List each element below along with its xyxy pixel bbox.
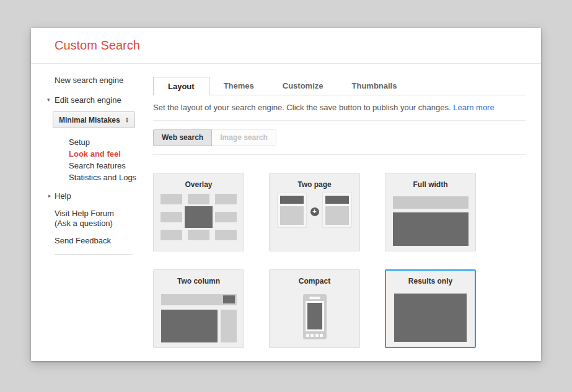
edit-search-engine-label: Edit search engine xyxy=(55,95,121,105)
page-title: Custom Search xyxy=(55,38,140,53)
layout-option-title: Compact xyxy=(270,277,359,285)
layout-option-overlay[interactable]: Overlay xyxy=(153,173,244,251)
layout-option-title: Overlay xyxy=(154,180,244,189)
app-header: Custom Search xyxy=(31,28,541,64)
main-content: Layout Themes Customize Thumbnails Set t… xyxy=(153,64,541,360)
sidebar-item-edit-search-engine[interactable]: ▾ Edit search engine xyxy=(47,95,153,105)
learn-more-link[interactable]: Learn more xyxy=(453,103,494,112)
layout-option-full-width[interactable]: Full width xyxy=(385,173,476,251)
sidebar: New search engine ▾ Edit search engine M… xyxy=(31,64,153,360)
layout-option-title: Two page xyxy=(270,180,359,189)
compact-phone-icon xyxy=(303,294,327,339)
triangle-down-icon: ▾ xyxy=(47,96,55,104)
two-page-thumbnail-left xyxy=(277,193,307,228)
description-text: Set the layout of your search engine. Cl… xyxy=(153,103,451,112)
image-search-button[interactable]: Image search xyxy=(212,129,276,146)
sidebar-item-send-feedback[interactable]: Send Feedback xyxy=(55,236,153,245)
full-width-thumbnail-results xyxy=(393,212,469,246)
overlay-thumbnail-panel xyxy=(185,206,213,228)
tab-themes[interactable]: Themes xyxy=(209,77,268,95)
tab-customize[interactable]: Customize xyxy=(268,77,338,95)
web-search-button[interactable]: Web search xyxy=(153,129,212,146)
sidebar-divider xyxy=(55,255,133,255)
layout-options-grid: Overlay Two page + xyxy=(153,173,526,348)
layout-option-title: Full width xyxy=(385,180,475,189)
divider xyxy=(153,154,526,155)
layout-description: Set the layout of your search engine. Cl… xyxy=(153,103,526,112)
layout-option-two-column[interactable]: Two column xyxy=(153,269,244,348)
triangle-right-icon: ▸ xyxy=(48,192,55,200)
layout-option-results-only[interactable]: Results only xyxy=(385,269,476,348)
divider xyxy=(153,120,526,121)
sidebar-item-help[interactable]: ▸ Help xyxy=(48,191,153,201)
layout-option-two-page[interactable]: Two page + xyxy=(269,173,360,251)
two-column-thumbnail-side xyxy=(221,310,237,342)
full-width-thumbnail-header xyxy=(393,196,469,209)
visit-help-forum-line2: (Ask a question) xyxy=(55,219,153,229)
sidebar-item-new-search-engine[interactable]: New search engine xyxy=(55,76,153,85)
engine-select-value: Minimal Mistakes xyxy=(59,116,120,124)
sidebar-item-look-and-feel[interactable]: Look and feel xyxy=(69,148,153,160)
visit-help-forum-line1: Visit Help Forum xyxy=(55,209,153,219)
layout-option-compact[interactable]: Compact xyxy=(269,269,360,348)
search-type-toggle: Web search Image search xyxy=(153,129,526,146)
results-only-thumbnail xyxy=(394,294,467,342)
help-label: Help xyxy=(55,191,71,201)
custom-search-app: Custom Search New search engine ▾ Edit s… xyxy=(31,28,541,361)
tab-bar: Layout Themes Customize Thumbnails xyxy=(153,77,526,95)
plus-circle-icon: + xyxy=(310,207,319,216)
sidebar-item-search-features[interactable]: Search features xyxy=(69,160,153,172)
layout-option-title: Two column xyxy=(154,277,244,285)
engine-select[interactable]: Minimal Mistakes ▲ ▼ xyxy=(53,111,135,128)
two-column-thumbnail-header xyxy=(161,294,237,305)
tab-thumbnails[interactable]: Thumbnails xyxy=(338,77,411,95)
select-arrows-icon: ▲ ▼ xyxy=(125,117,129,123)
two-column-thumbnail-main xyxy=(161,310,218,342)
tab-layout[interactable]: Layout xyxy=(153,77,209,95)
two-page-thumbnail-right xyxy=(322,193,352,228)
engine-menu: Setup Look and feel Search features Stat… xyxy=(69,136,153,183)
sidebar-item-visit-help-forum[interactable]: Visit Help Forum (Ask a question) xyxy=(55,209,153,229)
sidebar-item-setup[interactable]: Setup xyxy=(69,136,153,148)
sidebar-item-statistics-and-logs[interactable]: Statistics and Logs xyxy=(69,172,153,183)
layout-option-title: Results only xyxy=(386,277,475,285)
